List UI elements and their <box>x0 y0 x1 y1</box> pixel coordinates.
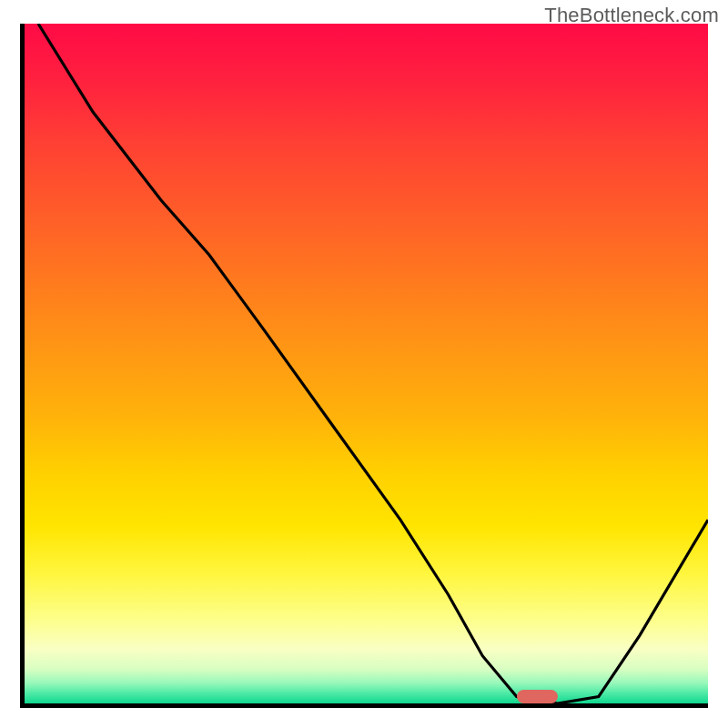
chart-container: TheBottleneck.com <box>0 0 728 728</box>
optimal-marker <box>517 690 558 703</box>
plot-area <box>20 24 708 708</box>
curve-line <box>38 24 708 703</box>
bottleneck-curve <box>25 24 708 703</box>
